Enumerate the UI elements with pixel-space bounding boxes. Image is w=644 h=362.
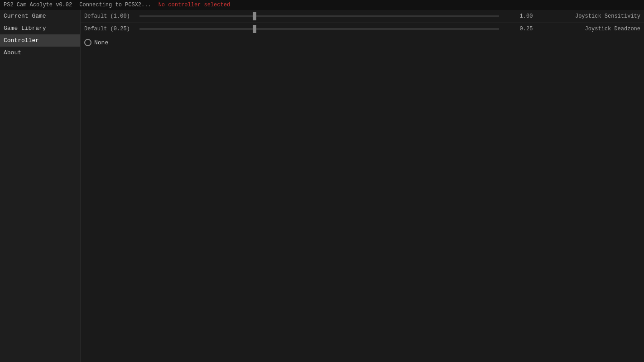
controller-warning: No controller selected <box>159 2 230 8</box>
joystick-deadzone-label: Default (0.25) <box>81 26 139 32</box>
radio-section: None <box>81 35 644 50</box>
sidebar-item-current-game[interactable]: Current Game <box>0 10 80 22</box>
joystick-sensitivity-value: 1.00 <box>499 13 553 19</box>
sidebar-item-current-game-label: Current Game <box>4 13 46 19</box>
sidebar-item-game-library-label: Game Library <box>4 25 46 32</box>
joystick-deadzone-row: Default (0.25) 0.25 Joystick Deadzone <box>81 23 644 35</box>
sliders-section: Default (1.00) 1.00 Joystick Sensitivity… <box>81 10 644 35</box>
joystick-deadzone-name: Joystick Deadzone <box>553 26 644 32</box>
main-layout: Current Game Game Library Controller Abo… <box>0 10 644 362</box>
joystick-sensitivity-thumb[interactable] <box>253 12 256 20</box>
joystick-sensitivity-track-container[interactable] <box>139 10 499 22</box>
joystick-sensitivity-label: Default (1.00) <box>81 13 139 19</box>
radio-none[interactable] <box>84 39 91 46</box>
content-area: Default (1.00) 1.00 Joystick Sensitivity… <box>81 10 644 362</box>
joystick-deadzone-value: 0.25 <box>499 26 553 32</box>
sidebar-item-about-label: About <box>4 49 21 56</box>
sidebar-item-controller-label: Controller <box>4 37 39 44</box>
sidebar-item-about[interactable]: About <box>0 47 80 59</box>
sidebar-item-game-library[interactable]: Game Library <box>0 22 80 34</box>
title-bar: PS2 Cam Acolyte v0.02 Connecting to PCSX… <box>0 0 644 10</box>
joystick-deadzone-track[interactable] <box>139 28 499 30</box>
joystick-sensitivity-row: Default (1.00) 1.00 Joystick Sensitivity <box>81 10 644 23</box>
app-title: PS2 Cam Acolyte v0.02 <box>4 2 72 8</box>
joystick-deadzone-track-container[interactable] <box>139 23 499 35</box>
connection-status: Connecting to PCSX2... <box>79 2 151 8</box>
sidebar-item-controller[interactable]: Controller <box>0 34 80 47</box>
sidebar: Current Game Game Library Controller Abo… <box>0 10 81 362</box>
joystick-sensitivity-track[interactable] <box>139 15 499 17</box>
radio-none-label: None <box>94 39 108 46</box>
joystick-sensitivity-name: Joystick Sensitivity <box>553 13 644 19</box>
joystick-deadzone-thumb[interactable] <box>253 25 256 33</box>
